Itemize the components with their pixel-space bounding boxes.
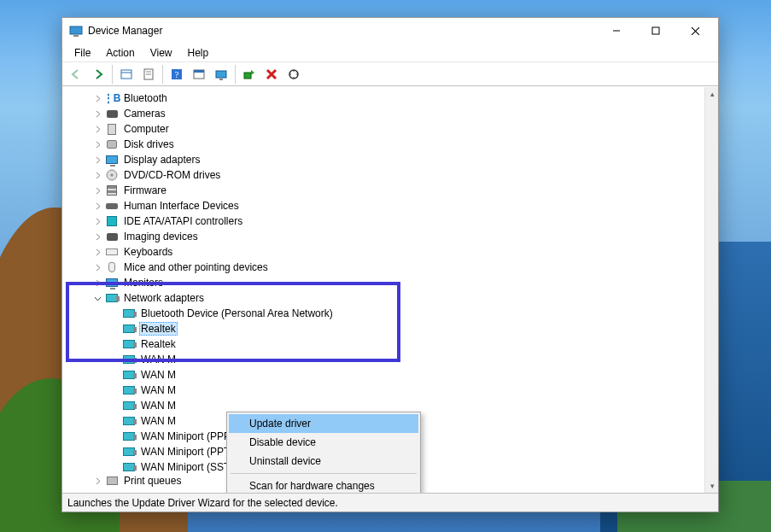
svg-rect-6 bbox=[121, 70, 131, 79]
tree-label: Human Interface Devices bbox=[122, 200, 241, 212]
close-button[interactable] bbox=[675, 19, 715, 43]
expand-icon[interactable] bbox=[91, 169, 103, 181]
tree-label: Keyboards bbox=[122, 246, 174, 258]
tree-label: Bluetooth Device (Personal Area Network) bbox=[139, 307, 335, 319]
expand-icon[interactable] bbox=[91, 92, 103, 104]
tree-category[interactable]: Firmware bbox=[74, 183, 704, 198]
expand-icon[interactable] bbox=[91, 277, 103, 289]
firmware-icon bbox=[105, 184, 119, 197]
properties-icon[interactable] bbox=[138, 64, 159, 85]
netcard-icon bbox=[122, 383, 136, 397]
expand-icon[interactable] bbox=[91, 215, 103, 227]
context-menu-item[interactable]: Disable device bbox=[229, 433, 418, 452]
scroll-down-icon[interactable]: ▾ bbox=[705, 479, 718, 493]
menu-action[interactable]: Action bbox=[99, 45, 141, 61]
printer-icon bbox=[105, 475, 119, 487]
tree-device[interactable]: WAN M bbox=[74, 352, 704, 367]
tree-label: WAN M bbox=[139, 415, 178, 427]
tree-category[interactable]: Network adapters bbox=[74, 290, 704, 306]
expand-icon[interactable] bbox=[91, 123, 103, 135]
collapse-icon[interactable] bbox=[91, 292, 103, 304]
network-icon bbox=[105, 291, 119, 305]
tree-category[interactable]: Computer bbox=[74, 121, 704, 137]
camera-icon bbox=[105, 107, 119, 120]
expand-icon[interactable] bbox=[91, 261, 103, 273]
tree-label: Cameras bbox=[122, 108, 167, 120]
tree-category[interactable]: Keyboards bbox=[74, 244, 704, 260]
menu-help[interactable]: Help bbox=[181, 45, 216, 61]
expand-icon[interactable] bbox=[91, 231, 103, 243]
forward-icon[interactable] bbox=[88, 64, 108, 85]
expand-icon[interactable] bbox=[91, 138, 103, 150]
toolbar-separator bbox=[235, 65, 236, 84]
expand-icon[interactable] bbox=[91, 475, 103, 487]
expand-icon[interactable] bbox=[91, 154, 103, 166]
vertical-scrollbar[interactable]: ▴ ▾ bbox=[704, 87, 718, 493]
svg-rect-3 bbox=[652, 27, 659, 34]
tree-device[interactable]: Bluetooth Device (Personal Area Network) bbox=[74, 306, 704, 321]
svg-rect-14 bbox=[194, 70, 204, 73]
tree-category[interactable]: DVD/CD-ROM drives bbox=[74, 167, 704, 183]
tree-label: Imaging devices bbox=[122, 231, 200, 243]
tree-category[interactable]: Cameras bbox=[74, 106, 704, 121]
tree-label: WAN M bbox=[139, 400, 178, 412]
expand-icon[interactable] bbox=[91, 108, 103, 120]
tree-device[interactable]: Realtek bbox=[74, 336, 704, 352]
ide-icon bbox=[105, 214, 119, 228]
view-icon[interactable] bbox=[189, 64, 209, 85]
minimize-button[interactable] bbox=[597, 19, 636, 43]
tree-category[interactable]: Imaging devices bbox=[74, 229, 704, 244]
netcard-icon bbox=[122, 368, 136, 382]
tree-label: Firmware bbox=[122, 184, 168, 196]
window-title: Device Manager bbox=[88, 25, 597, 37]
menu-view[interactable]: View bbox=[143, 45, 179, 61]
toolbar: ? bbox=[62, 62, 718, 86]
show-hidden-icon[interactable] bbox=[116, 64, 137, 85]
disk-icon bbox=[105, 137, 119, 151]
svg-rect-17 bbox=[244, 73, 251, 79]
tree-device[interactable]: WAN M bbox=[74, 383, 704, 398]
tree-category[interactable]: Monitors bbox=[74, 275, 704, 290]
tree-label: Print queues bbox=[122, 475, 183, 487]
client-area: ⋮BBluetoothCamerasComputerDisk drivesDis… bbox=[62, 86, 718, 493]
uninstall-icon[interactable] bbox=[261, 64, 282, 85]
update-driver-icon[interactable] bbox=[211, 64, 231, 85]
tree-category[interactable]: Mice and other pointing devices bbox=[74, 260, 704, 275]
mouse-icon bbox=[105, 260, 119, 274]
context-menu-item[interactable]: Scan for hardware changes bbox=[229, 476, 418, 493]
context-menu-item[interactable]: Update driver bbox=[229, 414, 418, 433]
netcard-icon bbox=[122, 353, 136, 366]
netcard-icon bbox=[122, 445, 136, 459]
tree-label: Mice and other pointing devices bbox=[122, 261, 270, 273]
netcard-icon bbox=[122, 414, 136, 428]
tree-device[interactable]: Realtek bbox=[74, 321, 704, 336]
tree-label: DVD/CD-ROM drives bbox=[122, 169, 222, 181]
netcard-icon bbox=[122, 430, 136, 443]
tree-category[interactable]: ⋮BBluetooth bbox=[74, 91, 704, 106]
menu-file[interactable]: File bbox=[67, 45, 97, 61]
expand-icon[interactable] bbox=[91, 184, 103, 196]
scroll-up-icon[interactable]: ▴ bbox=[705, 87, 718, 101]
expand-icon[interactable] bbox=[91, 200, 103, 212]
titlebar[interactable]: Device Manager bbox=[62, 18, 718, 44]
tree-label: WAN M bbox=[139, 354, 178, 365]
app-icon bbox=[69, 24, 83, 38]
keyboard-icon bbox=[105, 245, 119, 259]
enable-icon[interactable] bbox=[239, 64, 260, 85]
help-icon[interactable]: ? bbox=[166, 64, 187, 85]
tree-category[interactable]: IDE ATA/ATAPI controllers bbox=[74, 213, 704, 229]
svg-rect-16 bbox=[219, 79, 223, 80]
tree-category[interactable]: Display adapters bbox=[74, 152, 704, 167]
tree-category[interactable]: Human Interface Devices bbox=[74, 198, 704, 213]
netcard-icon bbox=[122, 460, 136, 474]
scan-hardware-icon[interactable] bbox=[283, 64, 304, 85]
tree-device[interactable]: WAN M bbox=[74, 367, 704, 383]
toolbar-separator bbox=[162, 65, 163, 84]
tree-label: Computer bbox=[122, 123, 171, 135]
tree-category[interactable]: Disk drives bbox=[74, 137, 704, 152]
context-menu-item[interactable]: Uninstall device bbox=[229, 452, 418, 471]
bluetooth-icon: ⋮B bbox=[105, 91, 119, 105]
maximize-button[interactable] bbox=[636, 19, 675, 43]
expand-icon[interactable] bbox=[91, 246, 103, 258]
back-icon[interactable] bbox=[66, 64, 86, 85]
